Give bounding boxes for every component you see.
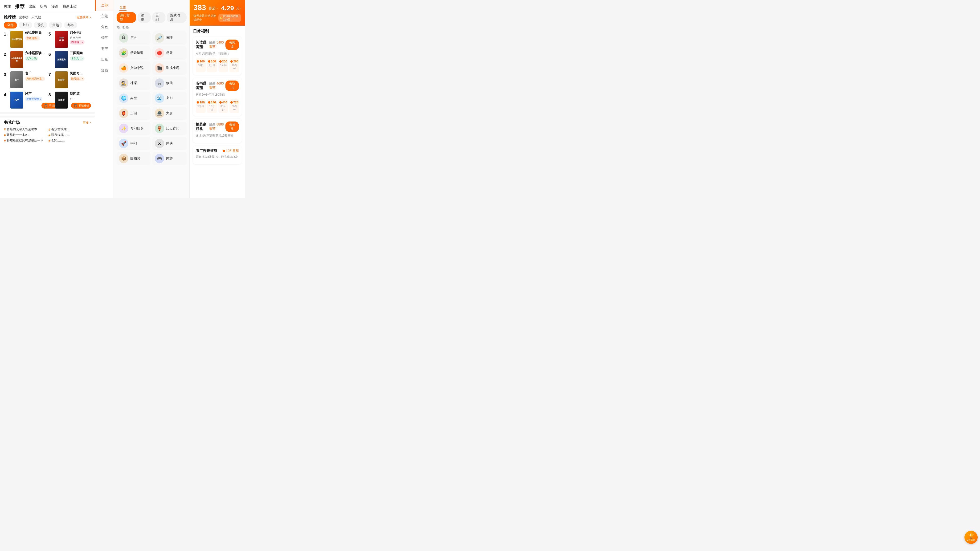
tab-comic[interactable]: 漫画 xyxy=(51,3,59,10)
tag-card-15[interactable]: ⚔ 武侠 xyxy=(153,137,186,150)
tag-card-17[interactable]: 🎮 网游 xyxy=(153,152,186,165)
rank-sub-popular[interactable]: 人气榜 xyxy=(31,15,41,19)
welfare-card-listen: 听书赚番茄 最高 4680 番茄 去听书 再听5分钟可得180番茄 180 5分… xyxy=(193,78,242,116)
right-header-top: 383 番茄 › 4.29 元 › xyxy=(193,3,241,12)
tab-listen[interactable]: 听书 xyxy=(40,3,47,10)
tag-card-10[interactable]: 🏮 三国 xyxy=(117,107,151,120)
tag-card-8[interactable]: 🌐 架空 xyxy=(117,92,151,105)
tag-card-13[interactable]: 🏺 历史古代 xyxy=(153,122,186,135)
cat-audio[interactable]: 有声 xyxy=(95,43,113,54)
pill-all[interactable]: 全部 xyxy=(4,22,17,29)
filter-game[interactable]: 游戏动漫 xyxy=(167,12,186,23)
pill-system[interactable]: 系统 xyxy=(34,22,47,29)
tomato-label[interactable]: 番茄 › xyxy=(208,6,218,11)
tag-card-16[interactable]: 📦 囤物资 xyxy=(117,152,151,165)
tag-name-cultivation: 修仙 xyxy=(166,81,173,85)
tag-card-0[interactable]: 🏛 历史 xyxy=(117,31,151,44)
tag-icon-history: 🏛 xyxy=(119,33,128,43)
tab-recommend[interactable]: 推荐 xyxy=(15,2,24,11)
cash-badge[interactable]: ▶ 含涨现金收益0.09元 xyxy=(218,14,241,22)
shuhuan-item-0[interactable]: # 番茄的无字天书是哪本 xyxy=(4,127,46,132)
cat-role[interactable]: 角色 xyxy=(95,22,113,32)
cat-all[interactable]: 全部 xyxy=(95,0,113,11)
book-item-7[interactable]: 7 民国奇 民国奇… 情节曲… › xyxy=(49,71,91,88)
read-reward-time-2: 5分钟 xyxy=(220,64,228,67)
tag-icon-wuxia: ⚔ xyxy=(155,139,164,148)
lottery-action-btn[interactable]: 去抽奖 xyxy=(226,122,239,132)
popup-badge-listen-2[interactable]: 🎵听读赚钱 xyxy=(71,103,91,108)
tag-card-3[interactable]: 🔴 悬疑 xyxy=(153,46,186,60)
right-header: 383 番茄 › 4.29 元 › 每天凌晨自动兑换成现金 ▶ 含涨现金收益0.… xyxy=(189,0,245,25)
book-item-6[interactable]: 6 三国配角 三国配角 古代文… › xyxy=(49,51,91,68)
book-name-1: 传说管理局 xyxy=(25,31,46,35)
book-info-6: 三国配角 古代文… › xyxy=(70,51,91,61)
cat-manga[interactable]: 漫画 xyxy=(95,65,113,76)
rank-sub-complete[interactable]: 完本榜 xyxy=(19,15,29,19)
shuhuan-section: 书荒广场 更多 # 番茄的无字天书是哪本 # 有没古代纯… # 番茄唯一一本9.… xyxy=(0,116,95,144)
tag-card-6[interactable]: 🕵 神探 xyxy=(117,76,151,90)
cat-theme[interactable]: 主题 xyxy=(95,11,113,22)
book-tag-1[interactable]: 主线清晰 › xyxy=(25,36,40,41)
pill-xuanhuan[interactable]: 玄幻 xyxy=(19,22,32,29)
book-tag-3[interactable]: 内容精彩丰富 › xyxy=(25,76,45,81)
book-rank-2: 2 xyxy=(4,51,8,57)
tab-publish[interactable]: 出版 xyxy=(29,3,36,10)
tag-card-9[interactable]: 🌊 玄幻 xyxy=(153,92,186,105)
book-tag-5[interactable]: 周情精… › xyxy=(70,40,84,44)
book-rank-8: 8 xyxy=(49,92,53,97)
book-tag-2[interactable]: 文学小说 xyxy=(25,56,38,61)
tag-icon-suspense: 🔴 xyxy=(155,48,164,58)
cat-plot[interactable]: 情节 xyxy=(95,32,113,43)
tab-new[interactable]: 最新上架 xyxy=(63,3,77,10)
read-action-btn[interactable]: 去阅读 xyxy=(226,40,239,50)
filter-label: 热门标签 xyxy=(117,25,187,29)
tag-name-fantasy: 奇幻仙侠 xyxy=(130,126,143,130)
tag-card-4[interactable]: 🍊 文学小说 xyxy=(117,62,151,75)
book-item-2[interactable]: 2 六神磊磊读金庸 六神磊磊读金庸 文学小说 xyxy=(4,51,46,68)
pill-travel[interactable]: 穿越 xyxy=(49,22,62,29)
book-name-7: 民国奇… xyxy=(70,71,91,76)
listen-action-btn[interactable]: 去听书 xyxy=(226,81,239,91)
shuhuan-item-1[interactable]: # 有没古代纯… xyxy=(49,127,91,132)
welfare-card-read: 阅读赚番茄 最高 5400 番茄 去阅读 立即提现到微信！秒到账！ 100 xyxy=(193,37,242,75)
tag-name-historical: 历史古代 xyxy=(166,126,179,130)
cat-publish[interactable]: 出版 xyxy=(95,54,113,65)
book-name-3: 老千 xyxy=(25,71,46,76)
tomato-count: 383 xyxy=(193,3,206,12)
book-tag-4[interactable]: 茅盾文学奖 › xyxy=(25,97,42,101)
book-item-3[interactable]: 3 老千 老千 内容精彩丰富 › xyxy=(4,71,46,88)
tag-card-5[interactable]: 🎬 影视小说 xyxy=(153,62,186,75)
shuhuan-item-5[interactable]: # 9.5以上… xyxy=(49,138,91,143)
shuhuan-item-2[interactable]: # 番茄唯一一本9.9 xyxy=(4,133,46,137)
book-item-5[interactable]: 5 罪 罪全书7 杀摩点无 周情精… › xyxy=(49,31,91,48)
left-panel: 关注 推荐 出版 听书 漫画 最新上架 推荐榜 完本榜 人气榜 完整榜单 全部 … xyxy=(0,0,95,198)
tag-name-reasoning: 推理 xyxy=(166,36,173,40)
tag-card-14[interactable]: 🚀 科幻 xyxy=(117,137,151,150)
listen-sub: 再听5分钟可得180番茄 xyxy=(196,93,239,97)
filter-hot[interactable]: 热门标签 xyxy=(117,12,137,23)
filter-city[interactable]: 都市 xyxy=(138,12,151,23)
ad-title: 看广告赚番茄 xyxy=(196,149,217,153)
read-reward-val-3: 200 xyxy=(231,60,239,63)
shuhuan-item-4[interactable]: # 番茄难道就只有易墨这一本 xyxy=(4,138,46,143)
tag-card-11[interactable]: 🏯 大唐 xyxy=(153,107,186,120)
rank-more-btn[interactable]: 完整榜单 xyxy=(76,15,91,19)
pill-city[interactable]: 都市 xyxy=(64,22,77,29)
book-item-1[interactable]: 1 传说管理局 传说管理局 主线清晰 › xyxy=(4,31,46,48)
tag-card-2[interactable]: 🧩 悬疑脑洞 xyxy=(117,46,151,60)
book-info-3: 老千 内容精彩丰富 › xyxy=(25,71,46,81)
shuhuan-item-3[interactable]: # 现代谍战，… xyxy=(49,133,91,137)
book-item-4[interactable]: 4 风声 风声 茅盾文学奖 › xyxy=(4,92,46,108)
tab-follow[interactable]: 关注 xyxy=(4,3,11,10)
read-reward-2: 200 5分钟 xyxy=(218,58,228,72)
book-tag-6[interactable]: 古代文… › xyxy=(70,56,84,61)
book-tag-7[interactable]: 情节曲… › xyxy=(70,76,84,81)
filter-xuanhuan[interactable]: 玄幻 xyxy=(152,12,165,23)
book-list: 1 传说管理局 传说管理局 主线清晰 › 5 罪 xyxy=(0,31,95,108)
book-cover-1: 传说管理局 xyxy=(10,31,23,48)
shuhuan-more[interactable]: 更多 xyxy=(83,120,91,125)
tag-card-1[interactable]: 🔎 推理 xyxy=(153,31,186,44)
tag-card-12[interactable]: ✨ 奇幻仙侠 xyxy=(117,122,151,135)
tag-card-7[interactable]: ⚔ 修仙 xyxy=(153,76,186,90)
full-label-all[interactable]: 全部 xyxy=(119,5,127,11)
